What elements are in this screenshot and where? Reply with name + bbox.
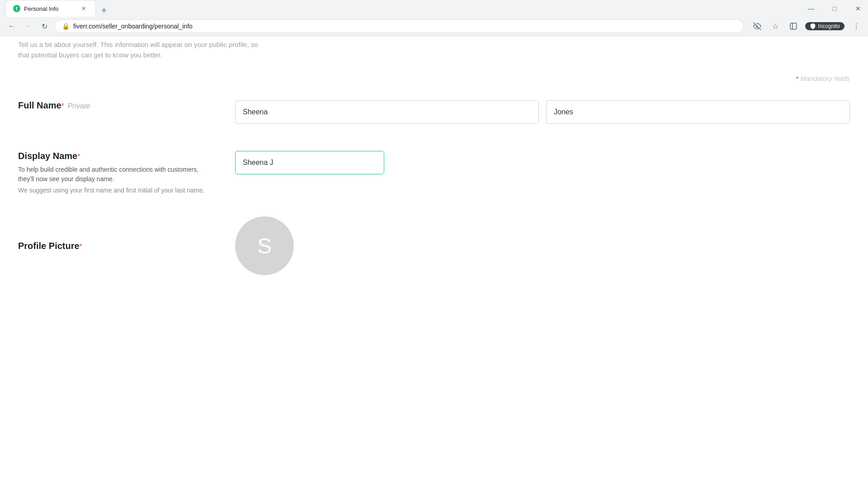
bookmark-icon[interactable]: ☆ <box>769 20 782 33</box>
new-tab-button[interactable]: + <box>98 4 110 17</box>
full-name-label: Full Name*Private <box>18 100 208 111</box>
menu-button[interactable]: ⋮ <box>850 20 863 33</box>
incognito-badge: Incognito <box>805 22 844 30</box>
last-name-input[interactable] <box>546 100 850 124</box>
display-name-section: Display Name* To help build credible and… <box>0 142 868 212</box>
full-name-inputs <box>235 100 850 124</box>
display-name-label-area: Display Name* To help build credible and… <box>18 151 208 194</box>
display-name-input[interactable] <box>235 151 384 174</box>
svg-rect-1 <box>791 23 797 29</box>
full-name-section: Full Name*Private <box>0 82 868 142</box>
tab-favicon: f <box>13 5 20 12</box>
page-content: Tell us a bit about yourself. This infor… <box>0 36 868 484</box>
intro-text: Tell us a bit about yourself. This infor… <box>18 36 262 69</box>
full-name-label-area: Full Name*Private <box>18 100 208 111</box>
incognito-label: Incognito <box>818 23 840 29</box>
forward-button[interactable]: → <box>22 20 34 33</box>
lock-icon: 🔒 <box>62 23 70 30</box>
avatar[interactable]: S <box>235 216 294 275</box>
mandatory-asterisk: * <box>796 75 800 82</box>
profile-picture-label-area: Profile Picture* <box>18 241 208 251</box>
profile-picture-section: Profile Picture* S <box>0 212 868 293</box>
close-button[interactable]: ✕ <box>848 1 868 16</box>
back-button[interactable]: ← <box>5 20 18 33</box>
mandatory-note: * Mandatory fields <box>0 69 868 82</box>
display-name-description: To help build credible and authentic con… <box>18 165 208 184</box>
full-name-field-label: Full Name <box>18 100 61 110</box>
address-bar[interactable]: 🔒 fiverr.com/seller_onboarding/personal_… <box>54 19 744 33</box>
full-name-private: Private <box>68 102 90 110</box>
tab-title: Personal Info <box>24 5 75 12</box>
profile-picture-label: Profile Picture* <box>18 241 208 251</box>
display-name-input-area <box>235 151 850 174</box>
browser-tab[interactable]: f Personal Info ✕ <box>5 0 96 17</box>
tab-close-button[interactable]: ✕ <box>79 4 88 13</box>
display-name-suggestion: We suggest using your first name and fir… <box>18 187 208 194</box>
minimize-button[interactable]: — <box>801 1 821 16</box>
mandatory-label: Mandatory fields <box>800 75 850 82</box>
url-text: fiverr.com/seller_onboarding/personal_in… <box>73 23 736 30</box>
eye-slash-icon[interactable] <box>751 20 764 33</box>
refresh-button[interactable]: ↻ <box>38 20 51 33</box>
first-name-input[interactable] <box>235 100 539 124</box>
display-name-field-label: Display Name <box>18 151 77 161</box>
display-name-required: * <box>77 153 80 160</box>
maximize-button[interactable]: □ <box>825 1 844 16</box>
full-name-required: * <box>61 102 64 110</box>
profile-picture-required: * <box>80 243 82 250</box>
sidebar-icon[interactable] <box>787 20 800 33</box>
avatar-letter: S <box>257 234 272 258</box>
profile-picture-field-label: Profile Picture <box>18 241 80 251</box>
display-name-label: Display Name* <box>18 151 208 161</box>
